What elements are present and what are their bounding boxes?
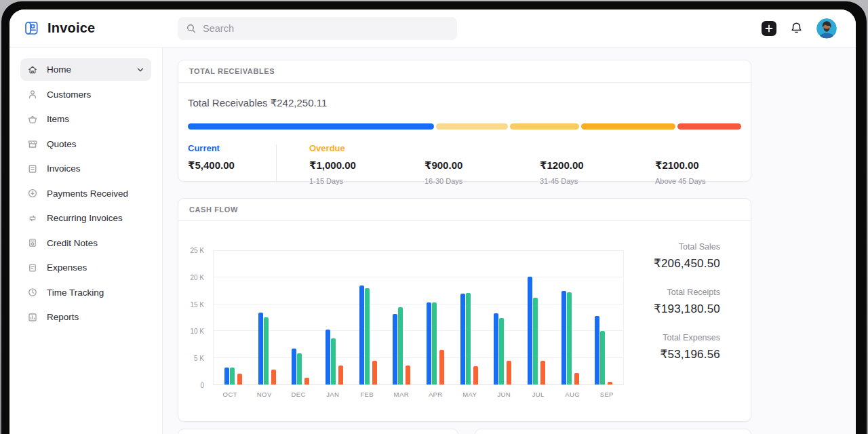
sidebar-item-time-tracking[interactable]: Time Tracking (20, 281, 151, 304)
bar-expenses-apr (439, 350, 444, 384)
bar-group-feb (351, 251, 385, 384)
bar-expenses-nov (271, 370, 276, 384)
search-placeholder: Search (203, 23, 234, 34)
user-avatar[interactable] (816, 18, 837, 39)
bottom-right-card (475, 429, 751, 434)
x-tick-label: APR (418, 391, 453, 398)
topbar-actions (762, 18, 837, 39)
sidebar-item-label: Quotes (47, 139, 77, 149)
receivables-segment-overdue-1-15-days (436, 123, 508, 130)
total-sales-label: Total Sales (654, 242, 720, 252)
overdue-bucket-above-45: ₹2100.00 Above 45 Days (655, 143, 738, 185)
total-receivables-amount: ₹242,250.11 (271, 97, 328, 108)
sidebar-item-label: Items (47, 114, 69, 124)
overdue-label: Overdue (309, 143, 392, 153)
column-divider (276, 144, 277, 181)
chart-y-axis: 05 K10 K15 K20 K25 K (178, 250, 207, 385)
recurring-loop-icon (27, 213, 38, 224)
bar-group-mar (384, 251, 418, 384)
clock-icon (27, 287, 38, 298)
bar-expenses-feb (372, 361, 377, 384)
receivables-segment-overdue-above-45-days (677, 123, 741, 130)
bar-group-may (452, 251, 486, 384)
sidebar-item-label: Reports (47, 312, 79, 322)
bar-expenses-jun (507, 361, 511, 384)
bar-expenses-dec (304, 378, 309, 384)
sidebar-item-payments-received[interactable]: Payments Received (20, 182, 151, 205)
x-tick-label: AUG (555, 391, 590, 398)
x-tick-label: JUN (487, 391, 521, 398)
total-receivables-card: TOTAL RECEIVABLES Total Receivables ₹242… (178, 60, 751, 182)
bar-receipts-oct (230, 368, 235, 384)
overdue-bucket-16-30: ₹900.00 16-30 Days (425, 143, 507, 185)
bar-sales-jan (326, 330, 330, 384)
expense-receipt-icon (27, 262, 38, 273)
sidebar-item-invoices[interactable]: Invoices (20, 157, 151, 180)
payment-received-icon (27, 188, 38, 199)
add-new-button[interactable] (762, 21, 776, 36)
invoice-document-icon (27, 163, 38, 174)
sidebar-item-items[interactable]: Items (20, 108, 151, 130)
sidebar-item-recurring-invoices[interactable]: Recurring Invoices (20, 207, 151, 229)
x-tick-label: NOV (248, 391, 282, 398)
total-expenses-value: ₹53,196.56 (654, 347, 720, 361)
bar-receipts-feb (365, 288, 370, 384)
bar-group-sep (587, 251, 620, 384)
x-tick-label: DEC (281, 391, 316, 398)
search-input[interactable]: Search (178, 17, 457, 40)
current-label: Current (188, 143, 276, 153)
bar-expenses-sep (608, 382, 612, 384)
bar-sales-sep (595, 316, 599, 384)
cash-flow-totals: Total Sales ₹206,450.50 Total Receipts ₹… (654, 242, 720, 378)
current-column: Current ₹5,400.00 (188, 143, 276, 185)
sidebar-item-home[interactable]: Home (20, 58, 151, 81)
bar-receipts-jun (499, 318, 504, 385)
sidebar-item-credit-notes[interactable]: Credit Notes (20, 232, 151, 254)
y-tick-label: 20 K (190, 273, 204, 281)
sidebar-item-label: Customers (47, 90, 91, 100)
bar-sales-nov (258, 313, 263, 384)
cash-flow-header: CASH FLOW (178, 199, 751, 221)
bar-receipts-mar (398, 307, 403, 384)
topbar: Invoice Search (9, 9, 856, 47)
sidebar-item-label: Expenses (47, 262, 87, 273)
bar-expenses-jan (338, 366, 343, 384)
sidebar-item-expenses[interactable]: Expenses (20, 256, 151, 279)
receivables-segment-current (188, 123, 434, 130)
bar-sales-feb (359, 285, 364, 384)
x-tick-label: JUL (521, 391, 556, 398)
total-receipts-label: Total Receipts (654, 288, 720, 297)
x-tick-label: SEP (590, 391, 625, 398)
x-tick-label: MAY (453, 391, 488, 398)
sidebar: Home Customers Items (9, 47, 163, 434)
credit-note-icon (27, 237, 38, 248)
cash-flow-chart (213, 250, 624, 385)
sidebar-item-label: Recurring Invoices (47, 213, 123, 223)
bar-sales-may (460, 294, 465, 384)
receivables-progress-bar (188, 123, 741, 130)
storefront-icon (27, 138, 38, 149)
sidebar-item-customers[interactable]: Customers (20, 83, 151, 106)
bar-expenses-mar (406, 366, 410, 384)
total-receipts-value: ₹193,180.50 (654, 302, 720, 316)
chevron-down-icon[interactable] (136, 66, 144, 74)
bar-receipts-aug (567, 292, 572, 384)
search-icon (186, 23, 197, 34)
window-frame: Invoice Search (1, 1, 867, 434)
app-logo: Invoice (22, 19, 178, 38)
sidebar-item-reports[interactable]: Reports (20, 306, 151, 328)
bar-sales-aug (561, 291, 566, 384)
bar-chart-icon (27, 312, 38, 323)
notifications-bell-icon[interactable] (789, 21, 804, 35)
bar-expenses-aug (574, 373, 579, 384)
total-receivables-summary: Total Receivables ₹242,250.11 (188, 97, 741, 109)
receivables-aging-row: Current ₹5,400.00 Overdue ₹1,000.00 1-15… (188, 143, 741, 185)
chart-x-axis: OCTNOVDECJANFEBMARAPRMAYJUNJULAUGSEP (213, 391, 624, 398)
bar-sales-mar (393, 314, 397, 384)
sidebar-item-quotes[interactable]: Quotes (20, 133, 151, 155)
bar-receipts-may (466, 293, 471, 384)
bar-receipts-jul (533, 298, 538, 384)
bar-receipts-sep (600, 331, 605, 384)
bar-group-nov (250, 251, 284, 384)
bar-group-jul (519, 251, 553, 384)
